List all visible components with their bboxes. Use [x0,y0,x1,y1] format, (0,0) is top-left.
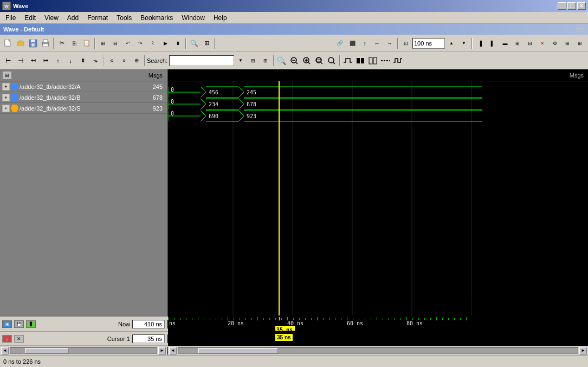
menu-format[interactable]: Format [83,13,112,23]
zoom-fit-button[interactable] [301,55,313,67]
btn-g[interactable]: ⏸ [172,37,184,49]
up-btn[interactable]: ↑ [359,37,371,49]
new-button[interactable] [2,37,14,49]
scroll-left-arrow[interactable]: ◄ [1,347,9,355]
maximize-button[interactable]: □ [567,2,576,10]
waveform-content[interactable]: 0 456 245 0 [168,81,588,316]
svg-rect-22 [361,58,364,63]
btn-c[interactable]: ↶ [122,37,134,49]
save-button[interactable] [27,37,39,49]
wave-shape-2[interactable] [354,55,366,67]
signal-btn-5[interactable]: ↑ [52,55,64,67]
time-up-btn[interactable]: ▲ [445,37,457,49]
signal-row-b[interactable]: + /adder32_tb/adder32/B 678 [0,92,167,103]
wave-btn-3[interactable]: ▬ [499,37,511,49]
svg-rect-100 [287,317,288,320]
paste-button[interactable]: 📋 [81,37,93,49]
bookmark-button[interactable]: ⊞ [201,37,212,49]
expand-s[interactable]: + [2,105,10,112]
waveform-msgs: Msgs [570,72,584,79]
signal-btn-7[interactable]: ⬍ [77,55,89,67]
zoom-out-button[interactable] [288,55,300,67]
wave-shape-4[interactable] [379,55,391,67]
sort-button[interactable]: ⊞ [2,71,12,80]
menu-edit[interactable]: Edit [20,13,40,23]
svg-rect-24 [373,57,377,64]
time-down-btn[interactable]: ▼ [458,37,470,49]
menu-add[interactable]: Add [63,13,83,23]
wave-btn-8[interactable]: ⊞ [561,37,573,49]
wave-btn-5[interactable]: ⊟ [524,37,536,49]
wave-btn-2[interactable]: ▌ [487,37,499,49]
btn-b[interactable]: ⊟ [109,37,121,49]
separator-7 [103,55,104,66]
cut-button[interactable]: ✂ [56,37,68,49]
wave-shape-1[interactable] [342,55,354,67]
menu-help[interactable]: Help [209,13,231,23]
search-go-1[interactable]: ⊞ [247,55,259,67]
menu-file[interactable]: File [1,13,20,23]
signal-btn-6[interactable]: ↓ [64,55,76,67]
svg-rect-129 [460,318,461,320]
search-label: Search: [147,57,167,64]
btn-d[interactable]: ↷ [134,37,146,49]
copy-button[interactable]: ⎘ [68,37,80,49]
wave-shape-3[interactable] [367,55,379,67]
time-input[interactable]: 100 ns [412,38,445,49]
menu-view[interactable]: View [40,13,63,23]
title-bar: W Wave _ □ ✕ [0,0,588,12]
signal-btn-4[interactable]: ↦ [40,55,51,67]
find-button[interactable]: 🔍 [188,37,200,49]
hscroll-bar: ◄ ► ◄ ► [0,345,588,355]
search-go-2[interactable]: ⊞ [260,55,272,67]
search-input[interactable] [169,55,234,66]
scroll-thumb-right[interactable] [198,348,278,353]
wave-btn-7[interactable]: ⚙ [549,37,561,49]
signal-row-s[interactable]: + /adder32_tb/adder32/S 923 [0,103,167,114]
wave-btn-6[interactable]: ✕ [537,37,548,49]
zoom-full-button[interactable] [313,55,325,67]
link-button[interactable]: 🔗 [334,37,346,49]
minimize-button[interactable]: _ [558,2,566,10]
right-btn[interactable]: → [384,37,396,49]
svg-rect-90 [234,318,234,320]
signal-btn-2[interactable]: ⊣ [15,55,27,67]
close-button[interactable]: ✕ [577,2,586,10]
btn-a[interactable]: ⊞ [97,37,109,49]
wave-btn-9[interactable]: ⊞ [574,37,586,49]
menu-bookmarks[interactable]: Bookmarks [136,13,177,23]
time-step-btn[interactable]: ⊡ [400,37,412,49]
open-button[interactable] [15,37,27,49]
print-button[interactable] [40,37,51,49]
btn-e[interactable]: ⌇ [147,37,159,49]
svg-rect-7 [43,40,48,42]
search-dropdown[interactable]: ▼ [235,55,247,67]
scroll-right-arrow-left[interactable]: ► [158,347,166,355]
expand-b[interactable]: + [2,94,10,101]
scroll-left-arrow-right[interactable]: ◄ [169,347,177,355]
cur-prev-btn[interactable]: « [106,55,118,67]
scroll-track-right[interactable] [178,347,578,354]
btn-f[interactable]: ▶ [159,37,171,49]
left-btn[interactable]: ← [371,37,383,49]
scroll-thumb[interactable] [25,348,69,353]
signal-btn-1[interactable]: ⊢ [2,55,14,67]
expand-a[interactable]: + [2,83,10,91]
zoom-prev-button[interactable] [326,55,338,67]
cur-add-btn[interactable]: ⊕ [131,55,143,67]
wave-btn-4[interactable]: ⊞ [512,37,524,49]
next-btn[interactable]: ⬛ [346,37,358,49]
scroll-track-left[interactable] [10,347,157,354]
signal-row-a[interactable]: + /adder32_tb/adder32/A 245 [0,81,167,92]
svg-rect-115 [377,317,377,320]
cur-next-btn[interactable]: » [118,55,130,67]
wave-btn-1[interactable]: ▐ [474,37,486,49]
menu-window[interactable]: Window [177,13,209,23]
menu-tools[interactable]: Tools [112,13,136,23]
zoom-in-button[interactable]: 🔍 [276,55,288,67]
window-controls: _ □ ✕ [558,2,586,10]
signal-btn-8[interactable]: ⬎ [89,55,101,67]
wave-shape-5[interactable] [392,55,404,67]
scroll-right-arrow-right[interactable]: ► [579,347,587,355]
signal-btn-3[interactable]: ↤ [27,55,39,67]
